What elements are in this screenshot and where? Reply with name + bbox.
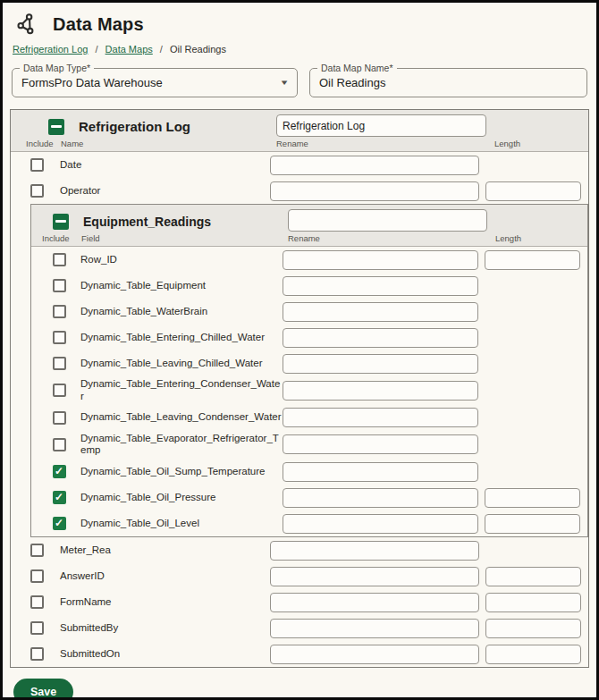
data-maps-window: Data Maps Refrigeration Log / Data Maps …	[0, 0, 599, 700]
field-name-label: Dynamic_Table_Leaving_Condenser_Water	[80, 411, 283, 424]
length-input[interactable]	[485, 619, 581, 638]
breadcrumb-separator: /	[95, 44, 97, 55]
table-row: Dynamic_Table_Leaving_Condenser_Water	[31, 405, 587, 431]
rename-input[interactable]	[270, 593, 479, 612]
include-checkbox[interactable]	[53, 305, 66, 318]
section-rename-input[interactable]	[288, 209, 487, 232]
rename-input[interactable]	[270, 619, 479, 638]
breadcrumb: Refrigeration Log / Data Maps / Oil Read…	[3, 36, 596, 55]
field-name-label: Dynamic_Table_Entering_Chilled_Water	[80, 332, 283, 344]
include-checkbox[interactable]	[53, 357, 66, 370]
breadcrumb-current: Oil Readings	[170, 44, 226, 55]
include-checkbox[interactable]	[30, 544, 44, 557]
rename-input[interactable]	[283, 381, 478, 401]
field-name-label: Row_ID	[80, 254, 283, 266]
field-name-label: Dynamic_Table_Oil_Sump_Temperature	[80, 466, 283, 478]
include-checkbox[interactable]	[53, 517, 66, 530]
length-input[interactable]	[485, 488, 580, 508]
length-input[interactable]	[485, 250, 580, 270]
table-row: Meter_Rea	[11, 537, 588, 563]
length-input[interactable]	[485, 567, 581, 586]
include-checkbox[interactable]	[53, 491, 66, 504]
field-mapping-table: Refrigeration Log Include Name Rename Le…	[10, 109, 589, 668]
rename-input[interactable]	[270, 567, 479, 586]
table-row: Dynamic_Table_Leaving_Chilled_Water	[31, 350, 587, 376]
app-header: Data Maps	[3, 3, 596, 36]
table-row: Dynamic_Table_Entering_Chilled_Water	[31, 325, 587, 350]
include-checkbox[interactable]	[53, 279, 66, 292]
equipment-readings-subtable: Equipment_Readings Include Field Rename …	[30, 204, 588, 537]
data-map-type-select[interactable]: Data Map Type* FormsPro Data Warehouse ▼	[12, 68, 298, 97]
rename-input[interactable]	[283, 408, 478, 427]
length-input[interactable]	[485, 593, 581, 612]
length-input[interactable]	[485, 181, 581, 201]
table-row: Dynamic_Table_Oil_Level	[31, 510, 587, 536]
data-map-name-field[interactable]: Data Map Name* Oil Readings	[309, 68, 587, 97]
rename-input[interactable]	[283, 250, 478, 270]
field-name-label: AnswerID	[60, 570, 270, 583]
include-checkbox[interactable]	[53, 253, 66, 266]
include-checkbox[interactable]	[53, 411, 66, 425]
table-row: Dynamic_Table_Oil_Sump_Temperature	[31, 459, 587, 485]
include-checkbox[interactable]	[53, 331, 66, 344]
table-row: Row_ID	[31, 247, 587, 273]
include-checkbox[interactable]	[30, 569, 44, 583]
section-title: Equipment_Readings	[83, 215, 211, 229]
field-name-label: FormName	[60, 596, 270, 609]
table-row: Dynamic_Table_Evaporator_Refrigerator_Te…	[31, 431, 587, 460]
include-checkbox[interactable]	[30, 647, 44, 661]
bottom-field-rows: Meter_Rea AnswerID FormName SubmittedBy …	[11, 537, 588, 667]
top-field-rows: Date Operator	[11, 152, 588, 204]
field-name-label: Dynamic_Table_WaterBrain	[80, 306, 283, 318]
table-row: FormName	[11, 589, 588, 615]
field-name-label: SubmittedBy	[60, 622, 270, 635]
rename-input[interactable]	[283, 488, 478, 508]
table-row: Dynamic_Table_WaterBrain	[31, 299, 587, 325]
rename-input[interactable]	[283, 328, 478, 348]
length-input[interactable]	[485, 514, 580, 534]
data-map-hub-icon	[16, 13, 39, 36]
field-name-label: Dynamic_Table_Oil_Level	[80, 518, 283, 530]
rename-input[interactable]	[283, 434, 478, 454]
rename-input[interactable]	[283, 462, 478, 482]
column-header-length: Length	[495, 233, 521, 243]
save-button[interactable]: Save	[13, 679, 73, 700]
rename-input[interactable]	[283, 302, 478, 322]
rename-input[interactable]	[283, 514, 478, 534]
nested-field-rows: Row_ID Dynamic_Table_Equipment Dynamic_T…	[31, 247, 587, 536]
column-headers: Include Field Rename Length	[31, 233, 587, 246]
rename-input[interactable]	[270, 181, 479, 201]
table-row: Dynamic_Table_Oil_Pressure	[31, 485, 587, 510]
breadcrumb-link-refrigeration-log[interactable]: Refrigeration Log	[13, 44, 88, 55]
field-name-label: Dynamic_Table_Entering_Condenser_Water	[80, 378, 283, 403]
table-row: Dynamic_Table_Equipment	[31, 273, 587, 299]
rename-input[interactable]	[270, 156, 479, 175]
length-input[interactable]	[485, 645, 581, 664]
include-checkbox[interactable]	[30, 158, 44, 172]
field-name-label: SubmittedOn	[60, 648, 270, 661]
breadcrumb-link-data-maps[interactable]: Data Maps	[105, 44, 153, 55]
data-map-name-value: Oil Readings	[319, 76, 385, 89]
field-name-label: Dynamic_Table_Oil_Pressure	[80, 492, 283, 504]
rename-input[interactable]	[283, 276, 478, 296]
rename-input[interactable]	[283, 354, 478, 374]
table-row: AnswerID	[11, 563, 588, 589]
field-name-label: Date	[60, 159, 270, 172]
data-map-name-label: Data Map Name*	[317, 63, 397, 73]
form-fields-row: Data Map Type* FormsPro Data Warehouse ▼…	[12, 68, 587, 97]
include-checkbox[interactable]	[53, 465, 66, 478]
table-row: Operator	[11, 178, 588, 204]
include-all-checkbox[interactable]	[48, 119, 64, 135]
rename-input[interactable]	[270, 645, 479, 664]
include-checkbox[interactable]	[30, 184, 44, 198]
include-checkbox[interactable]	[53, 384, 66, 397]
section-rename-input[interactable]	[276, 114, 486, 137]
field-name-label: Operator	[60, 185, 270, 198]
include-all-checkbox[interactable]	[53, 214, 69, 230]
include-checkbox[interactable]	[30, 621, 44, 635]
rename-input[interactable]	[270, 541, 479, 561]
data-map-type-label: Data Map Type*	[20, 63, 94, 73]
field-name-label: Dynamic_Table_Evaporator_Refrigerator_Te…	[80, 433, 283, 458]
include-checkbox[interactable]	[53, 438, 66, 451]
include-checkbox[interactable]	[30, 595, 44, 609]
